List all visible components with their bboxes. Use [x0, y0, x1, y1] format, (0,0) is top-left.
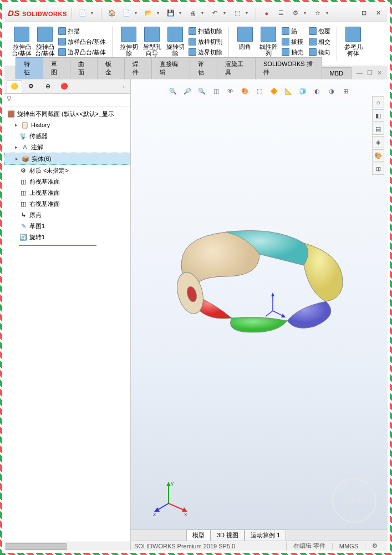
- tree-tab-feature-icon[interactable]: 🟡: [7, 80, 22, 93]
- file-explorer-icon[interactable]: ▤: [372, 123, 384, 135]
- hole-wizard-button[interactable]: 异型孔向导: [140, 26, 164, 58]
- view-triad-icon[interactable]: y x z: [152, 478, 191, 517]
- restore-pane-icon[interactable]: ❐: [367, 69, 373, 77]
- bottom-tabs: 模型 3D 视图 运动算例 1: [131, 529, 388, 541]
- section-icon[interactable]: ◫: [210, 85, 222, 97]
- app-logo: DS SOLIDWORKS: [8, 8, 67, 18]
- perspective-icon[interactable]: ◐: [311, 85, 323, 97]
- tab-3dview[interactable]: 3D 视图: [211, 529, 245, 541]
- tree-root[interactable]: 🟫旋转出不同截面 (默认<<默认>_显示: [4, 108, 130, 119]
- loft-button[interactable]: 放样凸台/基体: [57, 37, 108, 47]
- open-icon[interactable]: 📂: [142, 7, 155, 19]
- resources-icon[interactable]: ⌂: [372, 96, 384, 108]
- custom-prop-icon[interactable]: ⊞: [372, 163, 384, 175]
- home-icon[interactable]: 🏠: [106, 7, 118, 19]
- shell-button[interactable]: 抽壳: [280, 48, 305, 57]
- linear-pattern-button[interactable]: 线性阵列: [257, 26, 280, 58]
- settings-icon[interactable]: ⚙: [289, 7, 302, 19]
- view-orient-icon[interactable]: 👁: [225, 85, 237, 97]
- dropdown-icon[interactable]: ▾: [91, 11, 96, 16]
- tree-hscroll[interactable]: [4, 542, 130, 551]
- close-icon[interactable]: ✕: [372, 7, 384, 19]
- tree-item[interactable]: ▸A注解: [4, 142, 130, 153]
- tab-evaluate[interactable]: 评估: [190, 57, 217, 79]
- draft-button[interactable]: 拔模: [280, 37, 305, 47]
- zoom-area-icon[interactable]: 🔎: [181, 85, 194, 97]
- status-custom-icon[interactable]: ⚙: [365, 542, 384, 549]
- zoom-fit-icon[interactable]: 🔍: [167, 85, 179, 97]
- tab-sketch[interactable]: 草图: [43, 57, 70, 79]
- intersect-button[interactable]: 相交: [307, 37, 332, 47]
- tab-direct-edit[interactable]: 直接编辑: [151, 57, 190, 79]
- boundary-button[interactable]: 边界凸台/基体: [57, 48, 108, 57]
- rib-button[interactable]: 筋: [280, 27, 305, 36]
- tree-item[interactable]: ▸📋History: [4, 119, 130, 130]
- save-icon[interactable]: 💾: [165, 7, 177, 19]
- svg-text:x: x: [184, 511, 187, 517]
- model-torus[interactable]: [149, 204, 359, 360]
- tree-item[interactable]: ✎草图1: [4, 220, 130, 231]
- view-setting-icon[interactable]: 🧊: [297, 85, 309, 97]
- filter-icon[interactable]: ▽: [7, 95, 16, 104]
- print-icon[interactable]: 🖨: [187, 7, 199, 19]
- tree-item[interactable]: ◫右视基准面: [4, 198, 130, 209]
- tree-item[interactable]: ⚙材质 <未指定>: [4, 165, 130, 176]
- extrude-cut-button[interactable]: 拉伸切除: [117, 26, 140, 58]
- tree-item[interactable]: ◫前视基准面: [4, 176, 130, 187]
- new-icon[interactable]: 📄: [120, 7, 133, 19]
- help-icon[interactable]: ⊡: [358, 7, 370, 19]
- boundary-cut-button[interactable]: 边界切除: [187, 48, 224, 57]
- close-pane-icon[interactable]: ✕: [377, 69, 382, 77]
- tree-item-selected[interactable]: ▸📦实体(6): [4, 153, 130, 165]
- apply-scene-icon[interactable]: 📐: [282, 85, 294, 97]
- revolve-boss-button[interactable]: 旋转凸台/基体: [33, 26, 57, 58]
- undo-icon[interactable]: ↶: [209, 7, 221, 19]
- revolve-cut-button[interactable]: 旋转切除: [164, 26, 187, 58]
- tab-render[interactable]: 渲染工具: [217, 57, 256, 79]
- hide-show-icon[interactable]: ⬚: [253, 85, 266, 97]
- star-icon[interactable]: ☆: [312, 7, 324, 19]
- grid-icon[interactable]: ⊞: [340, 85, 352, 97]
- tab-sheetmetal[interactable]: 钣金: [97, 57, 125, 79]
- origin-triad-icon: [264, 291, 287, 319]
- zoom-prev-icon[interactable]: 🔍: [196, 85, 208, 97]
- tree-rollback-bar[interactable]: [19, 245, 96, 246]
- design-lib-icon[interactable]: ◧: [372, 109, 384, 122]
- sweep-button[interactable]: 扫描: [57, 27, 108, 36]
- appearance-icon[interactable]: 🎨: [372, 149, 384, 162]
- ref-geometry-button[interactable]: 参考几何体: [342, 26, 365, 58]
- sweep-cut-button[interactable]: 扫描切除: [187, 27, 224, 36]
- tree-item[interactable]: ↳原点: [4, 209, 130, 220]
- graphics-viewport[interactable]: 🔍 🔎 🔍 ◫ 👁 🎨 ⬚ 🔶 📐 🧊 ◐ ◑ ⊞ ⌂ ◧ ▤ ◈ 🎨: [131, 79, 388, 551]
- tab-model[interactable]: 模型: [186, 529, 211, 541]
- select-icon[interactable]: ⬚: [231, 7, 243, 19]
- rebuild-icon[interactable]: ●: [261, 7, 273, 19]
- options-icon[interactable]: ☰: [275, 7, 287, 19]
- tab-surface[interactable]: 曲面: [70, 57, 98, 79]
- tree-collapse-icon[interactable]: ›: [119, 83, 128, 90]
- view-palette-icon[interactable]: ◈: [372, 136, 384, 148]
- tab-mbd[interactable]: MBD: [322, 67, 352, 79]
- tab-weldment[interactable]: 焊件: [124, 57, 152, 79]
- minimize-pane-icon[interactable]: —: [357, 69, 363, 77]
- tree-tab-config-icon[interactable]: ⊕: [40, 80, 55, 93]
- fillet-button[interactable]: 圆角: [233, 26, 257, 58]
- loft-cut-button[interactable]: 放样切割: [187, 37, 224, 47]
- svg-line-6: [266, 311, 273, 316]
- extrude-boss-button[interactable]: 拉伸凸台/基体: [10, 26, 33, 58]
- tab-features[interactable]: 特征: [16, 57, 43, 79]
- tree-tab-property-icon[interactable]: ⚙: [23, 80, 39, 93]
- wrap-button[interactable]: 包覆: [307, 27, 332, 36]
- menu-file-icon[interactable]: 📄: [77, 7, 89, 19]
- tree-item[interactable]: 🔄旋转1: [4, 231, 130, 243]
- tree-item[interactable]: 📡传感器: [4, 130, 130, 142]
- tree-item[interactable]: ◫上视基准面: [4, 187, 130, 198]
- tab-addins[interactable]: SOLIDWORKS 插件: [255, 57, 322, 79]
- status-units[interactable]: MMGS: [332, 543, 365, 549]
- tree-tab-display-icon[interactable]: 🔴: [57, 80, 72, 93]
- edit-appearance-icon[interactable]: 🔶: [268, 85, 280, 97]
- display-style-icon[interactable]: 🎨: [239, 85, 251, 97]
- mirror-button[interactable]: 镜向: [307, 48, 332, 57]
- cartoon-icon[interactable]: ◑: [325, 85, 338, 97]
- tab-motion[interactable]: 运动算例 1: [245, 529, 286, 541]
